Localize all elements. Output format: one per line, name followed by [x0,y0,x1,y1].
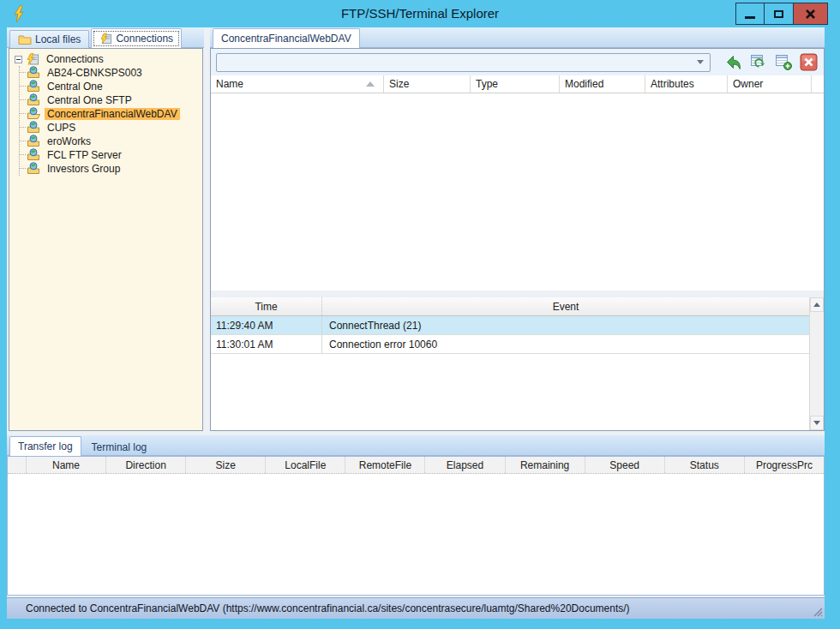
tree-item-investors-group[interactable]: Investors Group [20,162,202,176]
column-header-event[interactable]: Event [322,297,809,315]
connections-tree: Connections AB24-CBNKSPS003 Central One … [9,48,203,431]
tab-label: Connections [116,33,173,45]
collapse-expander-icon[interactable] [15,56,22,63]
tree-item-ab24[interactable]: AB24-CBNKSPS003 [20,66,202,80]
tree-item-label: Central One [45,81,105,93]
refresh-list-icon [750,53,768,71]
left-tabstrip: Local files Connections [7,27,204,48]
column-label: Name [52,459,80,471]
tab-label: Terminal log [92,441,147,453]
chevron-down-icon[interactable] [697,60,704,64]
column-label: Type [476,78,498,90]
file-list-body[interactable] [211,93,824,291]
tree-item-label: Central One SFTP [45,94,135,106]
column-label: Modified [565,78,603,90]
tab-local-files[interactable]: Local files [9,30,89,48]
connection-globe-folder-icon [27,135,41,148]
column-header-localfile[interactable]: LocalFile [266,457,345,473]
column-header-remotefile[interactable]: RemoteFile [345,457,425,473]
column-label: Elapsed [447,459,483,471]
transfer-log-body: Name Direction Size LocalFile RemoteFile… [7,456,825,596]
minimize-button[interactable] [735,3,765,25]
column-header-modified[interactable]: Modified [560,75,645,93]
tab-remote-connection[interactable]: ConcentraFinancialWebDAV [213,28,360,48]
column-header-type[interactable]: Type [471,75,560,93]
back-button[interactable] [723,52,744,73]
app-window: FTP/SSH/Terminal Explorer Local files [0,0,840,629]
column-header-progressprc[interactable]: ProgressPrc [745,457,824,473]
column-header-size[interactable]: Size [384,75,471,93]
row-indicator-column [8,457,27,473]
disconnect-button[interactable] [798,52,819,73]
remote-body: Name Size Type Modified Attributes [210,48,825,431]
column-label: Speed [609,459,639,471]
tree-item-central-one-sftp[interactable]: Central One SFTP [20,93,202,107]
remote-path-combobox[interactable] [216,53,711,72]
column-label: Status [690,459,719,471]
tab-connections[interactable]: Connections [91,28,182,48]
tree-item-label-selected: ConcentraFinancialWebDAV [45,108,180,120]
column-label: LocalFile [285,459,326,471]
column-header-name[interactable]: Name [27,457,106,473]
scroll-down-button[interactable] [810,416,824,430]
refresh-list-button[interactable] [748,52,769,73]
column-header-attributes[interactable]: Attributes [645,75,728,93]
tree-item-fcl-ftp[interactable]: FCL FTP Server [20,148,202,162]
column-label: ProgressPrc [756,459,813,471]
status-text: Connected to ConcentraFinancialWebDAV (h… [26,602,630,614]
add-item-button[interactable] [773,52,794,73]
folder-icon [18,33,32,45]
connection-globe-folder-icon [27,66,41,80]
remote-path-input[interactable] [217,57,697,69]
tab-label: Local files [35,33,81,45]
event-text: Connection error 10060 [322,335,809,353]
column-label: Size [389,78,409,90]
event-text: ConnectThread (21) [322,316,809,334]
minimize-icon [745,16,755,19]
event-time: 11:30:01 AM [211,335,322,353]
tree-item-concentra-webdav[interactable]: ConcentraFinancialWebDAV [20,107,202,121]
tree-item-eroworks[interactable]: eroWorks [20,135,202,148]
column-label: RemoteFile [359,459,411,471]
column-header-remaining[interactable]: Remaining [506,457,585,473]
column-header-size[interactable]: Size [186,457,266,473]
vertical-splitter[interactable] [204,27,210,431]
remote-tabstrip: ConcentraFinancialWebDAV [210,27,825,48]
maximize-button[interactable] [765,3,794,25]
tab-label: Transfer log [18,440,73,452]
resize-grip[interactable] [811,605,823,617]
column-header-owner[interactable]: Owner [728,75,812,93]
event-log-header: Time Event [211,297,809,316]
column-header-name[interactable]: Name [211,75,384,93]
column-label: Remaining [520,459,569,471]
column-label: Direction [125,459,165,471]
connections-root-icon [26,52,40,66]
column-header-time[interactable]: Time [211,297,322,315]
transfer-log-header: Name Direction Size LocalFile RemoteFile… [8,457,824,474]
event-log-scrollbar[interactable] [809,297,824,430]
tab-terminal-log[interactable]: Terminal log [83,438,156,456]
tree-children: AB24-CBNKSPS003 Central One Central One … [19,66,202,176]
log-panel: Transfer log Terminal log Name Direction… [7,435,825,596]
tree-item-central-one[interactable]: Central One [20,80,202,93]
tab-label: ConcentraFinancialWebDAV [221,33,351,45]
tree-item-cups[interactable]: CUPS [20,121,202,135]
column-header-elapsed[interactable]: Elapsed [425,457,505,473]
tab-transfer-log[interactable]: Transfer log [9,436,81,456]
horizontal-splitter[interactable] [211,291,824,297]
event-row-connectthread[interactable]: 11:29:40 AM ConnectThread (21) [211,316,809,335]
event-log-rows: 11:29:40 AM ConnectThread (21) 11:30:01 … [211,316,809,430]
tree-item-label: AB24-CBNKSPS003 [45,67,145,79]
column-label: Owner [733,78,763,90]
status-bar: Connected to ConcentraFinancialWebDAV (h… [7,597,825,619]
event-row-connection-error[interactable]: 11:30:01 AM Connection error 10060 [211,335,809,354]
close-button[interactable] [794,3,828,25]
remote-toolbar [211,49,824,75]
column-header-status[interactable]: Status [665,457,745,473]
column-header-direction[interactable]: Direction [106,457,186,473]
scroll-up-button[interactable] [810,297,824,312]
connection-globe-folder-icon [27,121,41,135]
tree-root-connections[interactable]: Connections [15,52,202,66]
left-panel: Local files Connections [7,27,204,431]
column-header-speed[interactable]: Speed [585,457,665,473]
